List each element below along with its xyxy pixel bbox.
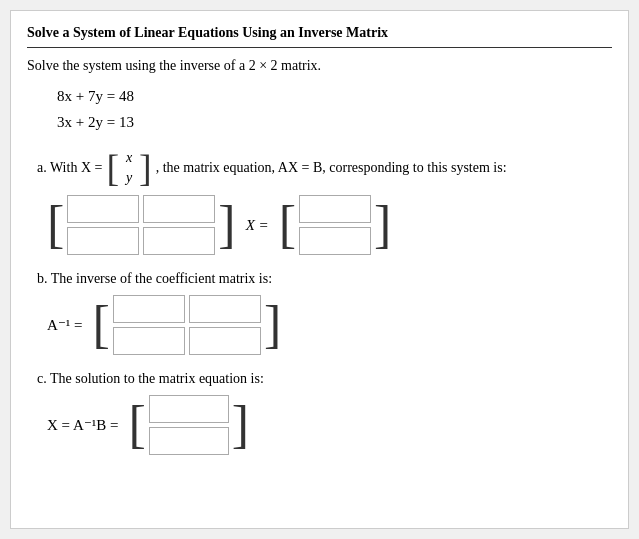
part-a-label-line: a. With X = [ x y ] , the matrix equatio…: [37, 149, 612, 187]
sol-cell-11[interactable]: [149, 395, 229, 423]
Ainv-bracket-left: [: [93, 299, 110, 351]
page-container: Solve a System of Linear Equations Using…: [10, 10, 629, 529]
part-b-label: b. The inverse of the coefficient matrix…: [37, 271, 612, 287]
B-bracket-right: ]: [374, 199, 391, 251]
x-vector-display: [ x y ]: [106, 149, 151, 187]
A-cell-21[interactable]: [67, 227, 139, 255]
part-b-lhs: A⁻¹ =: [47, 316, 83, 334]
part-c-equation: X = A⁻¹B = [ ]: [47, 395, 612, 455]
A-bracket-left: [: [47, 199, 64, 251]
part-b-equation: A⁻¹ = [ ]: [47, 295, 612, 355]
part-b-section: b. The inverse of the coefficient matrix…: [27, 271, 612, 355]
Ainv-cell-12[interactable]: [189, 295, 261, 323]
x-vector-bracket-right: ]: [139, 149, 152, 187]
x-vector-cells: x y: [121, 150, 137, 186]
solution-matrix: [ ]: [129, 395, 250, 455]
A-matrix: [ ]: [47, 195, 236, 255]
part-a-description: , the matrix equation, AX = B, correspon…: [156, 160, 507, 176]
Ainv-matrix: [ ]: [93, 295, 282, 355]
A-cell-11[interactable]: [67, 195, 139, 223]
B-cell-11[interactable]: [299, 195, 371, 223]
x-cell: x: [121, 150, 137, 166]
Ainv-cell-21[interactable]: [113, 327, 185, 355]
solution-bracket-right: ]: [232, 399, 249, 451]
intro-text: Solve the system using the inverse of a …: [27, 58, 612, 74]
equations-block: 8x + 7y = 48 3x + 2y = 13: [57, 84, 612, 135]
sol-cell-21[interactable]: [149, 427, 229, 455]
Ainv-matrix-cells: [113, 295, 261, 355]
B-matrix-cells: [299, 195, 371, 255]
y-cell: y: [121, 170, 137, 186]
X-label-middle: X =: [246, 217, 269, 234]
Ainv-bracket-right: ]: [264, 299, 281, 351]
B-cell-21[interactable]: [299, 227, 371, 255]
Ainv-cell-11[interactable]: [113, 295, 185, 323]
B-bracket-left: [: [279, 199, 296, 251]
part-c-lhs: X = A⁻¹B =: [47, 416, 119, 434]
part-c-section: c. The solution to the matrix equation i…: [27, 371, 612, 455]
page-title: Solve a System of Linear Equations Using…: [27, 25, 612, 48]
equation-line1: 8x + 7y = 48: [57, 84, 612, 110]
A-cell-22[interactable]: [143, 227, 215, 255]
solution-bracket-left: [: [129, 399, 146, 451]
A-matrix-cells: [67, 195, 215, 255]
part-c-label: c. The solution to the matrix equation i…: [37, 371, 612, 387]
part-a-section: a. With X = [ x y ] , the matrix equatio…: [27, 149, 612, 255]
x-vector-bracket-left: [: [106, 149, 119, 187]
Ainv-cell-22[interactable]: [189, 327, 261, 355]
A-cell-12[interactable]: [143, 195, 215, 223]
A-bracket-right: ]: [218, 199, 235, 251]
solution-matrix-cells: [149, 395, 229, 455]
B-matrix: [ ]: [279, 195, 392, 255]
equation-line2: 3x + 2y = 13: [57, 110, 612, 136]
part-a-label: a. With X =: [37, 160, 102, 176]
part-a-matrix-equation: [ ] X = [ ]: [47, 195, 612, 255]
